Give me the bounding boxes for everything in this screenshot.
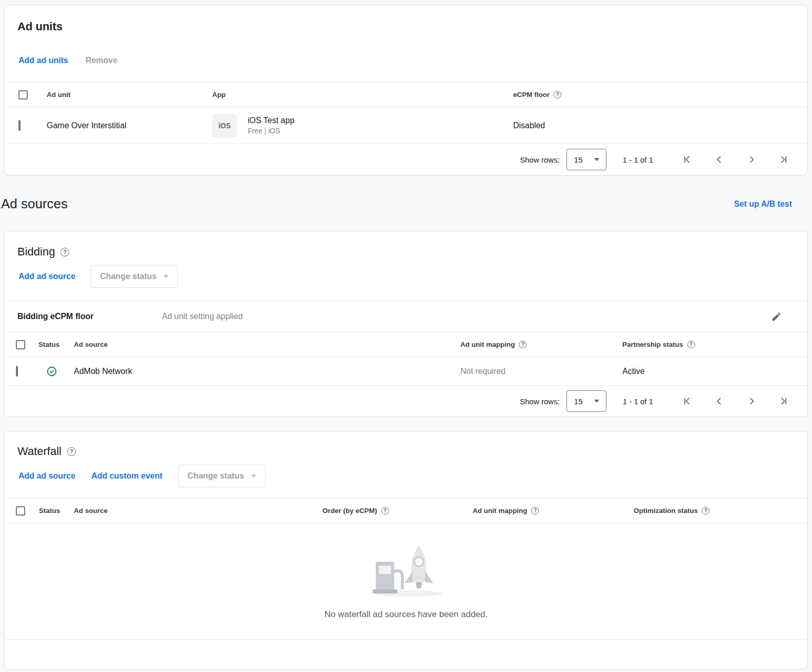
column-partnership-status: Partnership status <box>622 341 683 348</box>
bidding-table-header: Status Ad source Ad unit mapping ? Partn… <box>5 332 807 357</box>
column-ad-unit-mapping: Ad unit mapping <box>473 507 527 515</box>
rows-per-page-dropdown[interactable]: 15 <box>566 390 606 412</box>
waterfall-card: Waterfall ? Add ad source Add custom eve… <box>4 431 808 669</box>
ad-units-card: Ad units Add ad units Remove Ad unit App… <box>4 5 808 175</box>
column-order: Order (by eCPM) <box>322 507 377 515</box>
pencil-icon <box>771 311 782 322</box>
page-range: 1 - 1 of 1 <box>623 155 653 164</box>
empty-state-message: No waterfall ad sources have been added. <box>324 609 488 620</box>
ios-app-icon: iOS <box>212 113 237 138</box>
help-icon[interactable]: ? <box>702 507 709 515</box>
ad-sources-section-header: Ad sources Set up A/B test <box>1 196 792 212</box>
show-rows-label: Show rows: <box>520 397 560 406</box>
rows-per-page-value: 15 <box>574 397 583 406</box>
waterfall-actions: Add ad source Add custom event Change st… <box>5 458 807 487</box>
row-checkbox[interactable] <box>18 120 21 131</box>
ad-unit-name: Game Over Interstitial <box>47 121 212 130</box>
change-status-label: Change status <box>100 272 156 281</box>
waterfall-table-header: Status Ad source Order (by eCPM) ? Ad un… <box>5 498 807 523</box>
waterfall-empty-state: No waterfall ad sources have been added. <box>5 523 807 620</box>
column-optimization-status: Optimization status <box>634 507 698 515</box>
bidding-card: Bidding ? Add ad source Change status Bi… <box>4 231 808 417</box>
ecpm-floor-value: Disabled <box>513 121 807 130</box>
column-status: Status <box>39 507 74 515</box>
add-custom-event-button[interactable]: Add custom event <box>91 471 163 481</box>
change-status-button[interactable]: Change status <box>178 465 266 487</box>
chevron-down-icon <box>594 158 599 161</box>
ad-unit-row[interactable]: Game Over Interstitial iOS iOS Test app … <box>5 107 807 144</box>
prev-page-button[interactable] <box>713 395 725 407</box>
first-page-button[interactable] <box>681 153 693 166</box>
help-icon[interactable]: ? <box>554 91 561 98</box>
help-icon[interactable]: ? <box>519 341 526 348</box>
help-icon[interactable]: ? <box>687 341 695 348</box>
ad-source-name: AdMob Network <box>74 367 460 376</box>
last-page-button[interactable] <box>778 153 790 166</box>
column-app: App <box>212 91 513 98</box>
bidding-actions: Add ad source Change status <box>5 259 807 301</box>
ad-units-table-header: Ad unit App eCPM floor ? <box>5 82 807 107</box>
waterfall-footer <box>5 639 807 669</box>
bidding-title: Bidding <box>17 245 55 259</box>
column-ad-unit: Ad unit <box>47 91 212 98</box>
help-icon[interactable]: ? <box>67 447 76 456</box>
ad-units-actions: Add ad units Remove <box>5 33 807 82</box>
bidding-ecpm-floor-value: Ad unit setting applied <box>162 312 242 321</box>
row-checkbox[interactable] <box>16 366 18 377</box>
empty-state-illustration <box>368 539 444 598</box>
chevron-down-icon <box>594 400 599 403</box>
prev-page-button[interactable] <box>713 153 725 166</box>
bidding-ecpm-floor-label: Bidding eCPM floor <box>17 312 162 321</box>
column-ad-unit-mapping: Ad unit mapping <box>460 341 515 348</box>
column-ad-source: Ad source <box>74 507 322 515</box>
rows-per-page-dropdown[interactable]: 15 <box>566 149 606 170</box>
select-all-checkbox[interactable] <box>16 340 25 349</box>
add-ad-units-button[interactable]: Add ad units <box>18 55 68 66</box>
ad-sources-title: Ad sources <box>1 196 68 212</box>
select-all-checkbox[interactable] <box>16 506 25 516</box>
bidding-row[interactable]: AdMob Network Not required Active <box>5 357 807 386</box>
add-ad-source-button[interactable]: Add ad source <box>18 471 75 481</box>
help-icon[interactable]: ? <box>60 248 69 256</box>
first-page-button[interactable] <box>681 395 693 407</box>
partnership-status-value: Active <box>622 367 807 376</box>
next-page-button[interactable] <box>745 395 758 407</box>
change-status-label: Change status <box>188 471 244 481</box>
waterfall-title: Waterfall <box>17 445 62 458</box>
remove-button[interactable]: Remove <box>86 55 117 66</box>
add-ad-source-button[interactable]: Add ad source <box>18 272 75 281</box>
bidding-pagination: Show rows: 15 1 - 1 of 1 <box>5 386 807 417</box>
ad-units-title: Ad units <box>5 5 807 33</box>
select-all-checkbox[interactable] <box>18 90 28 100</box>
help-icon[interactable]: ? <box>381 507 389 515</box>
edit-button[interactable] <box>771 311 782 322</box>
bidding-ecpm-floor-row: Bidding eCPM floor Ad unit setting appli… <box>5 301 807 332</box>
show-rows-label: Show rows: <box>520 155 560 164</box>
active-status-icon <box>46 366 74 377</box>
column-status: Status <box>38 341 74 348</box>
page-range: 1 - 1 of 1 <box>623 397 653 406</box>
help-icon[interactable]: ? <box>531 507 539 515</box>
chevron-down-icon <box>251 475 256 478</box>
last-page-button[interactable] <box>778 395 790 407</box>
set-up-ab-test-link[interactable]: Set up A/B test <box>734 200 792 209</box>
rows-per-page-value: 15 <box>574 155 583 164</box>
app-meta: Free | iOS <box>248 127 294 135</box>
chevron-down-icon <box>164 275 169 278</box>
change-status-button[interactable]: Change status <box>91 265 178 288</box>
ad-unit-mapping-value: Not required <box>460 367 622 376</box>
column-ad-source: Ad source <box>74 341 460 348</box>
ad-units-pagination: Show rows: 15 1 - 1 of 1 <box>5 144 807 175</box>
app-name: iOS Test app <box>248 116 294 125</box>
column-ecpm-floor: eCPM floor <box>513 91 550 98</box>
next-page-button[interactable] <box>745 153 758 166</box>
